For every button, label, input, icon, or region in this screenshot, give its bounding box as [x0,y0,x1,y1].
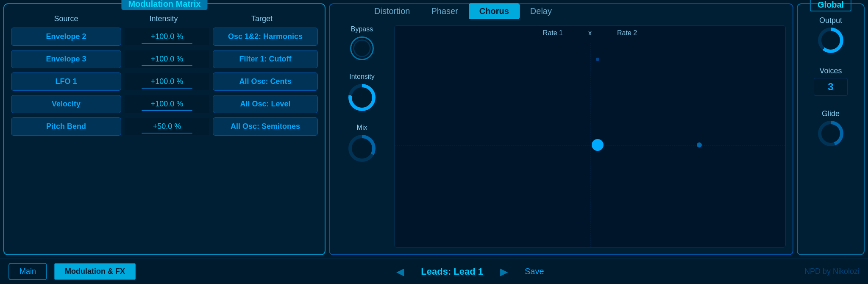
xy-point-top [596,58,599,61]
mod-intensity-4[interactable]: +50.0 % [125,118,209,135]
bypass-control: Bypass [337,25,387,60]
tab-chorus[interactable]: Chorus [469,3,520,19]
mod-target-4[interactable]: All Osc: Semitones [213,117,318,136]
mod-target-0[interactable]: Osc 1&2: Harmonics [213,28,318,46]
main-tab[interactable]: Main [8,263,47,280]
mod-source-3[interactable]: Velocity [11,95,121,113]
intensity-label: Intensity [349,73,375,81]
mod-matrix-title: Modulation Matrix [121,0,207,10]
mod-target-3[interactable]: All Osc: Level [213,95,318,113]
rate2-label: Rate 2 [617,29,637,37]
intensity-header: Intensity [121,14,206,23]
output-label: Output [819,16,842,25]
voices-section: Voices 3 [803,67,859,96]
voices-label: Voices [819,67,842,75]
chorus-content: Bypass Intensity Mix Rate 1 x Rate 2 [330,4,793,254]
grid-area [395,43,785,247]
mod-intensity-0[interactable]: +100.0 % [125,28,209,45]
rate1-label: Rate 1 [543,29,563,37]
brand-label: NPD by Nikolozi [804,267,860,276]
mix-control: Mix [337,124,387,162]
mix-knob[interactable] [348,135,376,162]
global-title: Global [810,0,851,11]
bottom-center: ◀ Leads: Lead 1 ▶ Save [143,266,798,278]
preset-name: Leads: Lead 1 [421,266,483,277]
prev-preset-button[interactable]: ◀ [396,266,404,278]
glide-knob[interactable] [818,121,843,146]
chorus-controls: Bypass Intensity Mix [337,25,387,248]
mod-source-0[interactable]: Envelope 2 [11,28,121,46]
mod-intensity-3[interactable]: +100.0 % [125,95,209,113]
global-panel: Global Output Voices 3 Glide [797,3,865,255]
mod-row: Pitch Bend +50.0 % All Osc: Semitones [11,117,318,136]
mod-fx-tab[interactable]: Modulation & FX [54,263,136,280]
intensity-control: Intensity [337,73,387,111]
xy-point-main[interactable] [592,139,604,151]
intensity-knob[interactable] [348,84,376,111]
glide-label: Glide [822,109,840,118]
mix-label: Mix [357,124,367,131]
output-knob[interactable] [818,28,843,53]
bottom-bar: Main Modulation & FX ◀ Leads: Lead 1 ▶ S… [0,259,868,284]
x-label: x [588,29,592,37]
output-section: Output [803,16,859,53]
save-button[interactable]: Save [525,267,544,276]
voices-display[interactable]: 3 [814,78,848,96]
effects-tab-bar: Distortion Phaser Chorus Delay [330,3,793,19]
mod-row: LFO 1 +100.0 % All Osc: Cents [11,72,318,91]
grid-v-line [590,43,590,247]
xy-grid-header: Rate 1 x Rate 2 [395,26,785,40]
mod-intensity-1[interactable]: +100.0 % [125,50,209,68]
tab-delay[interactable]: Delay [520,3,562,19]
mod-row: Velocity +100.0 % All Osc: Level [11,95,318,113]
modulation-matrix-panel: Modulation Matrix Source Intensity Targe… [3,3,326,255]
bypass-label: Bypass [351,25,373,33]
mod-target-1[interactable]: Filter 1: Cutoff [213,50,318,68]
mod-row: Envelope 3 +100.0 % Filter 1: Cutoff [11,50,318,68]
next-preset-button[interactable]: ▶ [500,266,508,278]
effects-panel: Distortion Phaser Chorus Delay Bypass In… [329,3,793,255]
mod-source-1[interactable]: Envelope 3 [11,50,121,68]
tab-phaser[interactable]: Phaser [420,3,468,19]
mod-source-4[interactable]: Pitch Bend [11,117,121,136]
target-header: Target [206,14,318,23]
mod-target-2[interactable]: All Osc: Cents [213,72,318,91]
xy-grid[interactable]: Rate 1 x Rate 2 [394,25,786,248]
glide-section: Glide [803,109,859,146]
mod-intensity-2[interactable]: +100.0 % [125,73,209,90]
source-header: Source [11,14,121,23]
mod-source-2[interactable]: LFO 1 [11,72,121,91]
mod-matrix-header: Source Intensity Target [11,14,318,23]
xy-point-right [697,142,702,148]
mod-row: Envelope 2 +100.0 % Osc 1&2: Harmonics [11,28,318,46]
tab-distortion[interactable]: Distortion [364,3,420,19]
bypass-knob[interactable] [350,36,374,60]
